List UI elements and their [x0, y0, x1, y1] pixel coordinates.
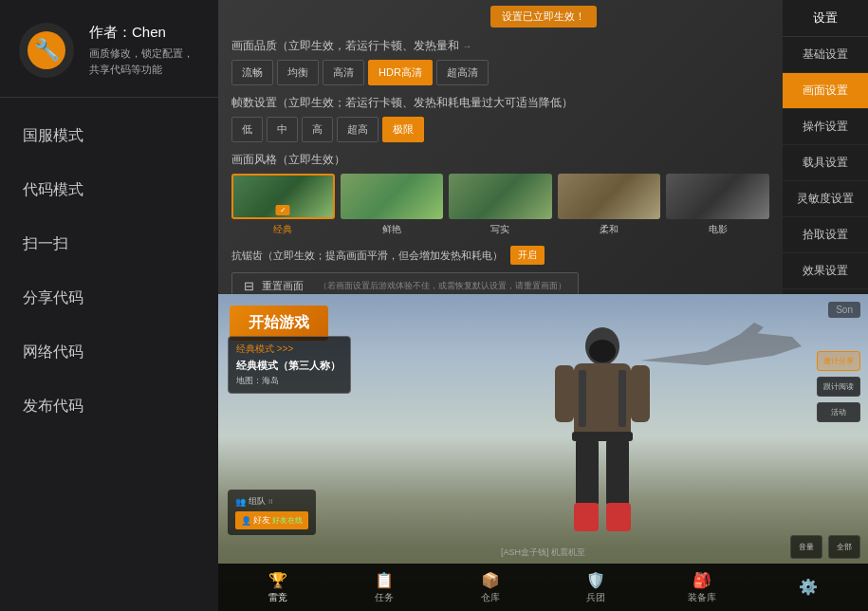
game-bottom-bar: 🏆 雷竞 📋 任务 📦 仓库 🛡️ 兵团 🎒 装备库 ⚙️	[218, 564, 868, 611]
social-btn-activity[interactable]: 活动	[817, 402, 860, 422]
style-card-realistic[interactable]: 写实	[449, 174, 552, 236]
svg-point-3	[589, 340, 616, 362]
social-btn-stats[interactable]: 邀计分享	[817, 351, 860, 371]
tab-team-label: 兵团	[586, 591, 605, 604]
svg-rect-5	[579, 370, 586, 427]
tab-warehouse-icon: 📦	[481, 571, 500, 589]
svg-text:🔧: 🔧	[34, 37, 61, 63]
app-logo: 🔧	[19, 23, 74, 78]
world-chat-tag: [ASH盒子钱] 机震机至	[501, 546, 585, 559]
fps-btn-low[interactable]: 低	[231, 117, 263, 142]
quality-btn-group: 流畅 均衡 高清 HDR高清 超高清	[231, 60, 769, 85]
tab-lobby[interactable]: 🏆 雷竞	[226, 567, 330, 608]
svg-rect-8	[576, 439, 599, 506]
settings-item-props[interactable]: 载具设置	[783, 145, 868, 181]
fps-btn-ultrahigh[interactable]: 超高	[337, 117, 379, 142]
sidebar-item-guofu[interactable]: 国服模式	[0, 109, 218, 163]
antishake-toggle-btn[interactable]: 开启	[510, 246, 545, 265]
volume-btn[interactable]: 音量	[790, 535, 822, 559]
tab-shop-label: 装备库	[688, 591, 716, 604]
fps-btn-group: 低 中 高 超高 极限	[231, 117, 769, 142]
sidebar-item-label-network: 网络代码	[23, 343, 83, 362]
style-card-film-img	[666, 174, 769, 219]
settings-item-effects[interactable]: 效果设置	[783, 253, 868, 289]
quality-btn-ultra[interactable]: 超高清	[436, 60, 489, 85]
fps-btn-high[interactable]: 高	[302, 117, 333, 142]
tab-missions-label: 任务	[375, 591, 394, 604]
social-btn-guide[interactable]: 跟计阅读	[817, 377, 860, 397]
sidebar-header: 🔧 作者：Chen 画质修改，锁定配置，共享代码等功能	[0, 0, 218, 93]
settings-item-controls[interactable]: 操作设置	[783, 109, 868, 145]
svg-rect-6	[619, 370, 626, 427]
quality-btn-balanced[interactable]: 均衡	[277, 60, 319, 85]
style-row: 画面风格（立即生效） ✓ 经典 鲜艳 写实	[231, 152, 769, 236]
style-label: 画面风格（立即生效）	[231, 152, 769, 168]
settings-item-graphics[interactable]: 画面设置	[783, 73, 868, 109]
sidebar-item-scan[interactable]: 扫一扫	[0, 217, 218, 271]
fps-btn-extreme[interactable]: 极限	[382, 117, 424, 142]
tab-shop[interactable]: 🎒 装备库	[650, 567, 754, 608]
reset-btn-label: 重置画面	[262, 279, 304, 293]
style-card-soft-img	[558, 174, 661, 219]
game-screen: 开始游戏 经典模式 >>> 经典模式（第三人称） 地图：海岛 👥 组队 II 👤…	[218, 294, 868, 611]
quality-btn-hd[interactable]: 高清	[323, 60, 364, 85]
tab-warehouse-label: 仓库	[481, 591, 500, 604]
tab-team[interactable]: 🛡️ 兵团	[544, 567, 648, 608]
style-card-classic-img: ✓	[231, 174, 335, 219]
style-card-realistic-label: 写实	[449, 223, 552, 236]
squad-count: II	[268, 497, 272, 506]
tab-warehouse[interactable]: 📦 仓库	[438, 567, 543, 608]
fps-label: 帧数设置（立即生效；若运行卡顿、发热和耗电量过大可适当降低）	[231, 95, 769, 111]
tab-lobby-icon: 🏆	[268, 571, 287, 589]
style-card-classic-label: 经典	[231, 223, 335, 236]
quality-btn-smooth[interactable]: 流畅	[231, 60, 273, 85]
sidebar-item-network[interactable]: 网络代码	[0, 325, 218, 380]
sidebar-item-label-publish: 发布代码	[23, 397, 83, 417]
tab-missions[interactable]: 📋 任务	[332, 567, 436, 608]
friends-label: 好友	[253, 514, 270, 527]
style-cards-group: ✓ 经典 鲜艳 写实 柔和	[231, 174, 769, 236]
style-card-realistic-img	[449, 174, 552, 219]
squad-icon: 👥	[235, 497, 246, 507]
quality-btn-hdr[interactable]: HDR高清	[368, 60, 433, 85]
quality-label: 画面品质（立即生效，若运行卡顿、发热量和 →	[231, 38, 769, 54]
game-mode-name: 经典模式（第三人称）	[236, 359, 342, 373]
sidebar-item-code[interactable]: 代码模式	[0, 163, 218, 217]
style-card-film-label: 电影	[666, 223, 769, 236]
squad-label: 👥 组队 II	[235, 495, 308, 508]
sidebar: 🔧 作者：Chen 画质修改，锁定配置，共享代码等功能 国服模式 代码模式 扫一…	[0, 0, 218, 611]
style-card-soft[interactable]: 柔和	[558, 174, 661, 236]
friends-icon: 👤	[241, 516, 251, 526]
settings-item-pickup[interactable]: 拾取设置	[783, 217, 868, 253]
app-description: 画质修改，锁定配置，共享代码等功能	[89, 46, 199, 77]
style-card-vivid-img	[341, 174, 444, 219]
quality-row: 画面品质（立即生效，若运行卡顿、发热量和 → 流畅 均衡 高清 HDR高清 超高…	[231, 38, 769, 85]
sidebar-item-share[interactable]: 分享代码	[0, 271, 218, 325]
sidebar-item-publish[interactable]: 发布代码	[0, 380, 218, 434]
sidebar-item-label-code: 代码模式	[23, 180, 83, 200]
social-buttons: 邀计分享 跟计阅读 活动	[817, 351, 860, 422]
tab-stats[interactable]: ⚙️	[756, 574, 860, 602]
svg-rect-10	[574, 503, 599, 531]
reset-button[interactable]: ⊟ 重置画面 （若画面设置后游戏体验不佳，或需恢复默认设置，请重置画面）	[231, 272, 579, 294]
wrench-icon: 🔧	[26, 29, 67, 71]
style-card-classic[interactable]: ✓ 经典	[231, 174, 335, 236]
friends-button[interactable]: 👤 好友 好友在线	[235, 511, 308, 529]
svg-rect-12	[555, 365, 574, 422]
top-right-user: Son	[828, 302, 860, 318]
friends-status: 好友在线	[272, 515, 303, 526]
style-card-vivid[interactable]: 鲜艳	[341, 174, 444, 236]
author-info: 作者：Chen 画质修改，锁定配置，共享代码等功能	[89, 24, 199, 77]
style-card-soft-label: 柔和	[558, 223, 661, 236]
all-btn[interactable]: 全部	[828, 535, 860, 559]
tab-lobby-label: 雷竞	[268, 591, 287, 604]
tab-shop-icon: 🎒	[693, 571, 711, 589]
settings-item-basic[interactable]: 基础设置	[783, 37, 868, 73]
fps-btn-mid[interactable]: 中	[267, 117, 298, 142]
sidebar-item-label-scan: 扫一扫	[23, 234, 68, 254]
sidebar-menu: 国服模式 代码模式 扫一扫 分享代码 网络代码 发布代码	[0, 102, 218, 611]
style-card-film[interactable]: 电影	[666, 174, 769, 236]
svg-rect-9	[606, 439, 629, 506]
settings-item-sensitivity[interactable]: 灵敏度设置	[783, 181, 868, 217]
squad-text: 组队	[249, 495, 266, 508]
